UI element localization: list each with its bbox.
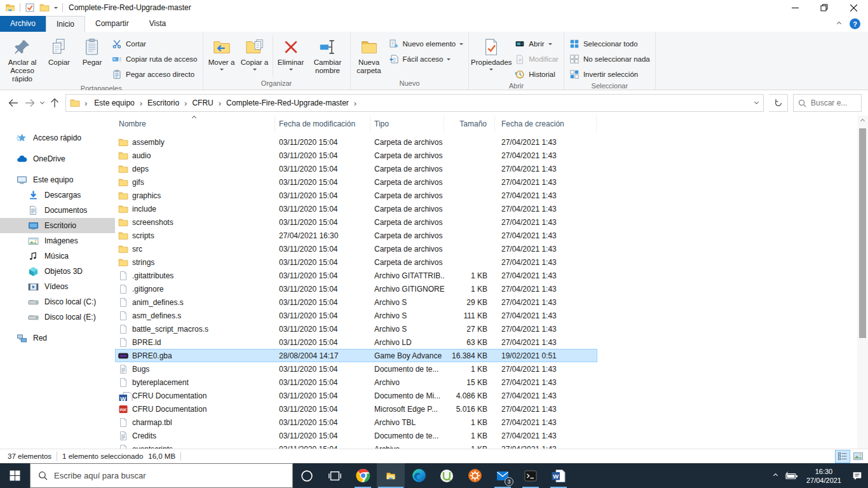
file-row[interactable]: PDFCFRU Documentation03/11/2020 15:04Mic… <box>115 402 597 416</box>
column-header-2[interactable]: Tipo <box>370 116 444 132</box>
refresh-button[interactable] <box>769 94 788 112</box>
collapse-ribbon-icon[interactable] <box>837 22 841 26</box>
cut-button[interactable]: Cortar <box>109 36 201 51</box>
file-row[interactable]: gifs03/11/2020 15:04Carpeta de archivos2… <box>115 175 597 189</box>
cortana-taskbar-button[interactable] <box>293 463 321 488</box>
explorer-taskbar-button[interactable] <box>377 463 405 488</box>
file-row[interactable]: graphics03/11/2020 15:04Carpeta de archi… <box>115 189 597 202</box>
new-folder-quick-icon[interactable] <box>39 3 50 13</box>
breadcrumb-segment[interactable]: Complete-Fire-Red-Upgrade-master <box>224 97 351 109</box>
invert-selection-button[interactable]: Invertir selección <box>566 67 653 82</box>
mail-taskbar-button[interactable]: 3 <box>489 463 517 488</box>
breadcrumb-segment[interactable]: Este equipo <box>92 97 137 109</box>
breadcrumb-segment[interactable]: CFRU <box>189 97 215 109</box>
properties-quick-icon[interactable] <box>25 3 35 13</box>
file-row[interactable]: Bugs03/11/2020 15:04Documento de te...1 … <box>115 362 597 376</box>
file-row[interactable]: anim_defines.s03/11/2020 15:04Archivo S2… <box>115 295 597 309</box>
vertical-scrollbar[interactable] <box>857 116 868 449</box>
utorrent-taskbar-button[interactable] <box>433 463 461 488</box>
file-row[interactable]: .gitattributes03/11/2020 15:04Archivo GI… <box>115 269 597 282</box>
file-row[interactable]: .gitignore03/11/2020 15:04Archivo GITIGN… <box>115 282 597 295</box>
word-taskbar-button[interactable]: W <box>545 463 573 488</box>
file-row[interactable]: scripts27/04/2021 16:30Carpeta de archiv… <box>115 229 597 242</box>
sidebar-item-escritorio[interactable]: Escritorio <box>0 218 115 233</box>
search-box[interactable]: Buscar e... <box>793 94 862 112</box>
file-row[interactable]: WCFRU Documentation03/11/2020 15:04Docum… <box>115 389 597 402</box>
file-row[interactable]: bytereplacement03/11/2020 15:04Archivo15… <box>115 376 597 389</box>
sidebar-item-disco-local-e-[interactable]: Disco local (E:) <box>0 309 115 325</box>
file-row[interactable]: asm_defines.s03/11/2020 15:04Archivo S11… <box>115 309 597 322</box>
sidebar-item-objetos-3d[interactable]: Objetos 3D <box>0 264 115 279</box>
restore-button[interactable] <box>810 0 839 15</box>
chrome-taskbar-button[interactable] <box>349 463 377 488</box>
file-row[interactable]: BPRE0.gba28/08/2004 14:17Game Boy Advanc… <box>115 349 597 362</box>
edge-taskbar-button[interactable] <box>405 463 433 488</box>
file-row[interactable]: eventscripts03/11/2020 15:04Archivo1 KB2… <box>115 442 597 449</box>
move-to-button[interactable]: Mover a <box>205 33 238 79</box>
start-button[interactable] <box>0 463 30 488</box>
file-row[interactable]: battle_script_macros.s03/11/2020 15:04Ar… <box>115 322 597 336</box>
new-folder-button[interactable]: Nueva carpeta <box>353 33 386 79</box>
properties-button[interactable]: Propiedades <box>471 33 512 82</box>
copy-to-button[interactable]: Copiar a <box>238 33 271 79</box>
taskbar-search[interactable]: Escribe aquí para buscar <box>30 463 293 488</box>
sidebar-item-onedrive[interactable]: OneDrive <box>0 151 115 166</box>
sidebar-item-acceso-r-pido[interactable]: Acceso rápido <box>0 130 115 146</box>
taskbar-clock[interactable]: 16:30 27/04/2021 <box>806 467 841 485</box>
forward-button[interactable] <box>24 98 36 107</box>
edit-button[interactable]: Modificar <box>512 51 562 67</box>
battery-icon[interactable] <box>785 471 799 480</box>
delete-button[interactable]: Eliminar <box>275 33 308 79</box>
sidebar-item-im-genes[interactable]: Imágenes <box>0 233 115 248</box>
column-header-3[interactable]: Tamaño <box>444 116 495 132</box>
wheel-app-taskbar-button[interactable] <box>461 463 489 488</box>
tab-inicio[interactable]: Inicio <box>46 16 85 32</box>
paste-shortcut-button[interactable]: Pegar acceso directo <box>109 67 201 82</box>
rename-button[interactable]: Cambiar nombre <box>308 33 348 79</box>
taskview-taskbar-button[interactable] <box>321 463 349 488</box>
recent-locations-caret[interactable] <box>40 100 44 104</box>
open-button[interactable]: Abrir <box>512 36 562 51</box>
select-none-button[interactable]: No seleccionar nada <box>566 51 653 67</box>
file-row[interactable]: audio03/11/2020 15:04Carpeta de archivos… <box>115 149 597 162</box>
new-item-button[interactable]: Nuevo elemento <box>386 36 467 51</box>
breadcrumb-separator[interactable]: › <box>217 98 222 108</box>
scrollbar-thumb[interactable] <box>859 128 866 338</box>
file-row[interactable]: strings03/11/2020 15:04Carpeta de archiv… <box>115 255 597 269</box>
copy-path-button[interactable]: W... Copiar ruta de acceso <box>109 51 201 67</box>
sidebar-item-disco-local-c-[interactable]: Disco local (C:) <box>0 294 115 309</box>
file-row[interactable]: deps03/11/2020 15:04Carpeta de archivos2… <box>115 162 597 175</box>
file-row[interactable]: assembly03/11/2020 15:04Carpeta de archi… <box>115 135 597 149</box>
breadcrumb-separator[interactable]: › <box>353 98 358 108</box>
help-icon[interactable] <box>850 18 860 29</box>
easy-access-button[interactable]: Fácil acceso <box>386 51 467 67</box>
minimize-button[interactable] <box>780 0 810 15</box>
close-button[interactable] <box>839 0 868 15</box>
details-view-button[interactable] <box>835 450 850 463</box>
column-header-4[interactable]: Fecha de creación <box>495 116 597 132</box>
breadcrumb-separator[interactable]: › <box>139 98 144 108</box>
tab-vista[interactable]: Vista <box>139 16 176 32</box>
sidebar-item-m-sica[interactable]: Música <box>0 248 115 264</box>
history-button[interactable]: Historial <box>512 67 562 82</box>
copy-button[interactable]: Copiar <box>43 33 76 85</box>
file-row[interactable]: Credits03/11/2020 15:04Documento de te..… <box>115 429 597 442</box>
file-row[interactable]: src03/11/2020 15:04Carpeta de archivos27… <box>115 242 597 255</box>
sidebar-item-este-equipo[interactable]: Este equipo <box>0 172 115 187</box>
sidebar-item-descargas[interactable]: Descargas <box>0 187 115 203</box>
select-all-button[interactable]: Seleccionar todo <box>566 36 653 51</box>
address-dropdown-caret[interactable] <box>754 100 759 104</box>
tab-compartir[interactable]: Compartir <box>85 16 139 32</box>
sidebar-item-documentos[interactable]: Documentos <box>0 203 115 218</box>
up-button[interactable] <box>49 98 60 108</box>
qat-customize-caret[interactable] <box>54 7 58 11</box>
cmd-taskbar-button[interactable] <box>517 463 545 488</box>
pin-to-quick-access-button[interactable]: Anclar al Acceso rápido <box>2 33 43 85</box>
sidebar-item-v-deos[interactable]: Vídeos <box>0 279 115 294</box>
file-row[interactable]: include03/11/2020 15:04Carpeta de archiv… <box>115 202 597 215</box>
action-center-icon[interactable] <box>851 470 863 482</box>
large-icons-view-button[interactable] <box>850 450 865 463</box>
scroll-up-arrow[interactable] <box>857 116 868 126</box>
file-row[interactable]: screenshots03/11/2020 15:04Carpeta de ar… <box>115 215 597 229</box>
tab-archivo[interactable]: Archivo <box>0 16 46 32</box>
